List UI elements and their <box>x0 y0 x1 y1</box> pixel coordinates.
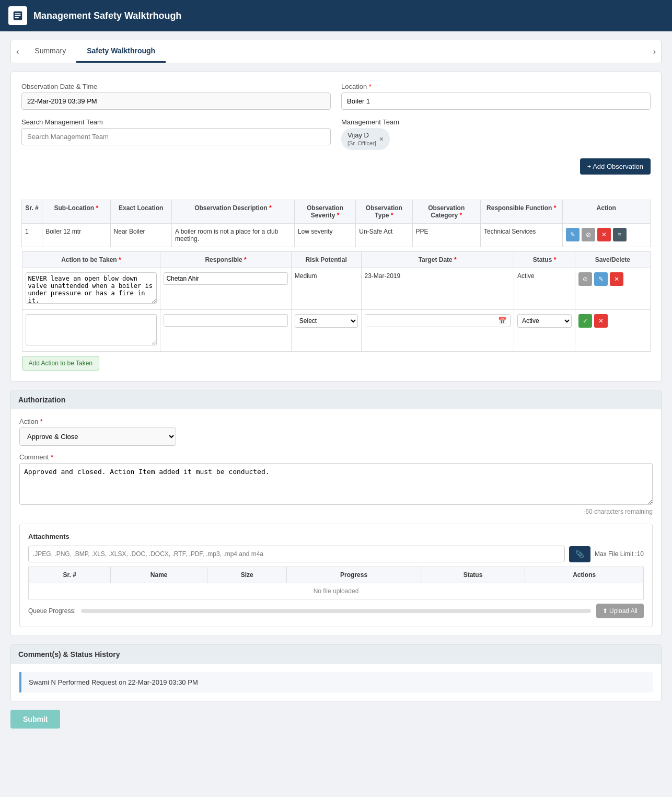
history-entry: Swami N Performed Request on 22-Mar-2019… <box>19 672 653 692</box>
th-file-actions: Actions <box>525 567 644 583</box>
cell-obs-desc: A boiler room is not a place for a club … <box>171 224 294 247</box>
app-logo <box>8 6 27 25</box>
status-cell-1: Active <box>514 268 575 310</box>
th-obs-category: Observation Category * <box>412 200 480 224</box>
action-taken-input-1[interactable]: NEVER leave an open blow down valve unat… <box>26 272 157 304</box>
queue-bar-wrap <box>81 609 591 613</box>
th-action-taken: Action to be Taken * <box>22 252 160 268</box>
tab-safety-walkthrough[interactable]: Safety Walkthrough <box>76 40 166 63</box>
comment-textarea[interactable]: Approved and closed. Action Item added i… <box>19 463 653 505</box>
attach-browse-btn[interactable]: 📎 <box>569 546 590 562</box>
max-file-label: Max File Limit :10 <box>595 550 644 558</box>
action-taken-cell-2 <box>22 310 160 352</box>
svg-rect-3 <box>15 17 19 18</box>
action-select-group: Action * Approve & Close Reject Request … <box>19 418 176 446</box>
action-taken-cell: NEVER leave an open blow down valve unat… <box>22 268 160 310</box>
th-save-delete: Save/Delete <box>575 252 650 268</box>
edit-obs-btn[interactable]: ✎ <box>566 228 580 241</box>
search-mgmt-input[interactable] <box>21 128 331 145</box>
risk-select-2[interactable]: Select Low Medium High <box>295 314 358 328</box>
add-observation-btn[interactable]: + Add Observation <box>580 158 651 175</box>
action-delete-btn-1[interactable]: ✕ <box>610 272 623 286</box>
risk-cell-1: Medium <box>291 268 361 310</box>
responsible-input-2[interactable] <box>164 314 287 327</box>
th-responsible: Responsible * <box>160 252 291 268</box>
cell-sr: 1 <box>22 224 42 247</box>
attach-file-input[interactable] <box>28 546 565 562</box>
calendar-btn-2[interactable]: 📅 <box>495 315 510 327</box>
save-delete-cell-2: ✓ ✕ <box>575 310 650 352</box>
status-select-2[interactable]: Active Closed <box>517 314 572 328</box>
th-sub-location: Sub-Location * <box>42 200 110 224</box>
cell-obs-category: PPE <box>412 224 480 247</box>
action-cancel-btn-2[interactable]: ✕ <box>594 314 608 328</box>
cell-action-icons: ✎ ⊘ ✕ ≡ <box>562 224 650 247</box>
action-row-icons-1: ⊘ ✎ ✕ <box>578 272 646 286</box>
tabs-bar: ‹ Summary Safety Walkthrough › <box>10 40 662 63</box>
char-remaining-label: -60 characters remaining <box>19 508 653 515</box>
risk-cell-2: Select Low Medium High <box>291 310 361 352</box>
history-section-header: Comment(s) & Status History <box>11 645 661 664</box>
main-form-section: Observation Date & Time Location * Searc… <box>10 72 662 382</box>
tab-next-btn[interactable]: › <box>648 43 661 61</box>
comment-label: Comment * <box>19 453 653 461</box>
target-date-input-2[interactable] <box>365 315 495 327</box>
cell-obs-type: Un-Safe Act <box>356 224 412 247</box>
th-resp-function: Responsible Function * <box>480 200 562 224</box>
delete-obs-btn[interactable]: ✕ <box>597 228 611 241</box>
th-file-progress: Progress <box>287 567 421 583</box>
search-mgmt-group: Search Management Team <box>21 118 331 150</box>
th-obs-type: Observation Type * <box>356 200 412 224</box>
location-group: Location * <box>341 83 651 110</box>
action-edit-btn-1[interactable]: ✎ <box>594 272 608 286</box>
no-file-text: No file uploaded <box>29 583 644 599</box>
obs-date-input[interactable] <box>21 93 331 110</box>
obs-section: + Add Observation <box>21 158 651 179</box>
location-input[interactable] <box>341 93 651 110</box>
responsible-cell-2 <box>160 310 291 352</box>
status-value-1: Active <box>517 272 535 280</box>
attachments-section: Attachments 📎 Max File Limit :10 Sr. # N… <box>19 524 653 627</box>
action-row-icons-2: ✓ ✕ <box>578 314 646 328</box>
mgmt-team-row: Search Management Team Management Team V… <box>21 118 651 150</box>
cell-resp-function: Technical Services <box>480 224 562 247</box>
svg-rect-2 <box>15 15 21 16</box>
responsible-input-1[interactable] <box>164 272 287 285</box>
submit-btn[interactable]: Submit <box>10 710 60 729</box>
th-action: Action <box>562 200 650 224</box>
action-dropdown[interactable]: Approve & Close Reject Request More Info <box>19 428 176 446</box>
search-mgmt-label: Search Management Team <box>21 118 331 126</box>
history-section: Comment(s) & Status History Swami N Perf… <box>10 644 662 701</box>
remove-team-member-btn[interactable]: × <box>379 135 384 143</box>
more-obs-btn[interactable]: ≡ <box>613 228 627 241</box>
attachments-label: Attachments <box>28 533 644 540</box>
page-title: Management Safety Walktrhough <box>33 10 181 21</box>
queue-label: Queue Progress: <box>28 607 76 615</box>
tab-prev-btn[interactable]: ‹ <box>11 43 24 61</box>
action-save-btn-2[interactable]: ✓ <box>578 314 592 328</box>
obs-date-group: Observation Date & Time <box>21 83 331 110</box>
disable-obs-btn[interactable]: ⊘ <box>582 228 595 241</box>
target-date-cell-1: 23-Mar-2019 <box>361 268 514 310</box>
action-disable-btn-1[interactable]: ⊘ <box>578 272 592 286</box>
risk-value-1: Medium <box>295 272 317 280</box>
target-date-wrap-2: 📅 <box>365 314 511 327</box>
responsible-cell-1 <box>160 268 291 310</box>
upload-all-btn[interactable]: ⬆ Upload All <box>596 604 644 618</box>
th-risk-potential: Risk Potential <box>291 252 361 268</box>
status-cell-2: Active Closed <box>514 310 575 352</box>
action-row-2: Select Low Medium High <box>22 310 650 352</box>
add-action-btn[interactable]: Add Action to be Taken <box>22 356 100 371</box>
target-date-cell-2: 📅 <box>361 310 514 352</box>
action-taken-input-2[interactable] <box>26 314 157 345</box>
target-date-value-1: 23-Mar-2019 <box>365 272 401 280</box>
app-header: Management Safety Walktrhough <box>0 0 672 31</box>
th-obs-desc: Observation Description * <box>171 200 294 224</box>
row-action-icons: ✎ ⊘ ✕ ≡ <box>566 228 647 241</box>
team-member-name: Vijay D [Sr. Officer] <box>347 131 376 147</box>
no-file-row: No file uploaded <box>29 583 644 599</box>
obs-date-label: Observation Date & Time <box>21 83 331 90</box>
attach-input-row: 📎 Max File Limit :10 <box>28 546 644 562</box>
save-delete-cell-1: ⊘ ✎ ✕ <box>575 268 650 310</box>
tab-summary[interactable]: Summary <box>24 40 76 63</box>
